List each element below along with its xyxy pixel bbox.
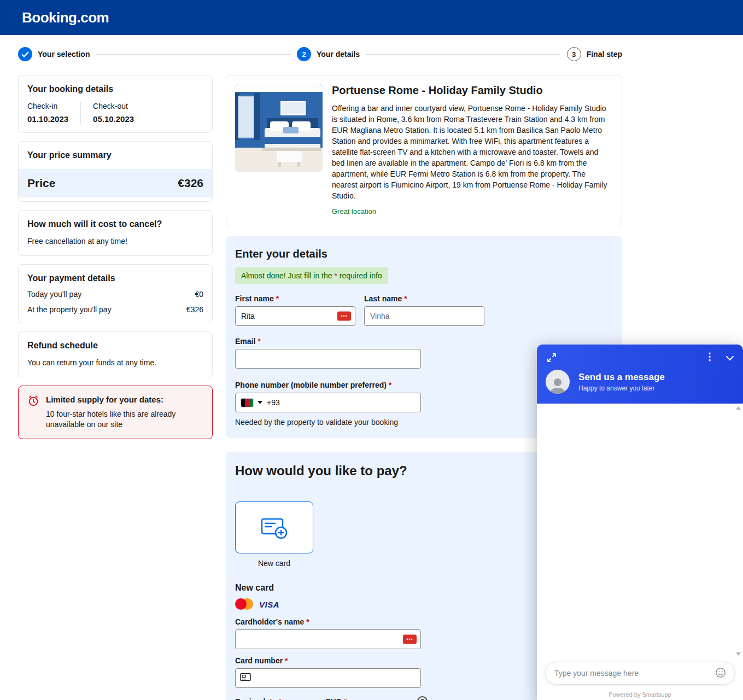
price-summary-title: Your price summary <box>27 150 203 160</box>
card-number-label: Card number * <box>235 656 421 665</box>
chevron-down-icon <box>258 401 262 404</box>
chat-widget: ⋮ Send us a message Happy to answer you … <box>537 345 743 700</box>
limited-supply-title: Limited supply for your dates: <box>46 395 177 404</box>
agent-avatar <box>546 370 570 394</box>
great-location-link[interactable]: Great location <box>332 207 376 215</box>
phone-label-text: Phone number (mobile number preferred) <box>235 381 387 389</box>
checkin-checkout-row: Check-in 01.10.2023 Check-out 05.10.2023 <box>27 102 203 124</box>
chat-header-text: Send us a message Happy to answer you la… <box>578 372 665 392</box>
last-name-block: Last name * <box>364 294 484 326</box>
checkin-date: 01.10.2023 <box>27 114 68 124</box>
almost-done-notice: Almost done! Just fill in the * required… <box>235 267 388 284</box>
last-name-input[interactable] <box>364 306 484 326</box>
pay-today-row: Today you'll pay €0 <box>27 290 203 299</box>
payment-details-card: Your payment details Today you'll pay €0… <box>18 264 213 323</box>
cardholder-block: Cardholder's name * <box>235 617 421 649</box>
booking-logo[interactable]: Booking.com <box>22 9 109 26</box>
chat-title: Send us a message <box>578 372 665 383</box>
cardholder-label-text: Cardholder's name <box>235 617 304 626</box>
pay-property-row: At the property you'll pay €326 <box>27 305 203 314</box>
enter-details-title: Enter your details <box>235 248 613 260</box>
refund-title: Refund schedule <box>27 341 203 351</box>
password-manager-icon[interactable] <box>403 635 417 644</box>
refund-body: You can return your funds at any time. <box>27 358 203 368</box>
step-3-label: Final step <box>587 50 622 59</box>
phone-prefix-value: +93 <box>267 398 280 407</box>
chat-message-input[interactable] <box>545 662 735 685</box>
cancellation-body: Free cancellation at any time! <box>27 236 203 247</box>
step-1-label: Your selection <box>38 50 90 59</box>
credit-card-icon <box>240 673 251 684</box>
email-label: Email * <box>235 337 421 346</box>
new-card-option-label: New card <box>235 559 313 568</box>
step-1-check-circle <box>18 47 32 61</box>
checkout-stepper: Your selection 2 Your details 3 Final st… <box>18 47 622 61</box>
stepper-divider <box>96 54 290 55</box>
email-label-text: Email <box>235 337 255 346</box>
refund-schedule-card: Refund schedule You can return your fund… <box>18 331 213 377</box>
required-asterisk: * <box>343 697 346 700</box>
chat-input-row <box>537 658 743 687</box>
check-icon <box>21 51 29 57</box>
new-card-option[interactable] <box>235 501 313 553</box>
minimize-chat-icon[interactable] <box>726 353 734 363</box>
checkin-label: Check-in <box>27 102 68 110</box>
chat-message-area <box>537 404 743 658</box>
payment-details-title: Your payment details <box>27 273 203 283</box>
property-title: Portuense Rome - Holiday Family Studio <box>332 84 613 97</box>
cancellation-title: How much will it cost to cancel? <box>27 219 203 229</box>
notice-prefix: Almost done! Just fill in the <box>241 271 334 280</box>
password-manager-icon[interactable] <box>337 312 351 321</box>
booking-details-title: Your booking details <box>27 84 203 94</box>
price-card-spacer <box>19 197 212 201</box>
stepper-divider <box>366 54 560 55</box>
expiry-label-text: Expiry date <box>235 697 276 700</box>
checkout-date: 05.10.2023 <box>93 114 134 124</box>
required-asterisk: * <box>276 294 279 303</box>
email-block: Email * <box>235 337 421 369</box>
phone-input[interactable]: +93 <box>235 393 421 412</box>
required-asterisk: * <box>258 337 260 346</box>
price-summary-card: Your price summary Price €326 <box>18 141 213 202</box>
alarm-clock-icon <box>27 395 39 430</box>
booking-details-card: Your booking details Check-in 01.10.2023… <box>18 75 213 133</box>
checkout-label: Check-out <box>93 102 134 110</box>
required-asterisk: * <box>278 697 281 700</box>
pay-today-label: Today you'll pay <box>27 290 81 299</box>
property-photo <box>235 84 323 172</box>
scroll-down-arrow[interactable] <box>736 652 741 656</box>
cvc-help-icon[interactable]: ? <box>417 696 428 700</box>
limited-supply-content: Limited supply for your dates: 10 four-s… <box>46 395 177 430</box>
cardholder-label: Cardholder's name * <box>235 617 421 626</box>
cardholder-input[interactable] <box>235 629 421 649</box>
cvc-label: CVC * <box>325 697 417 700</box>
expiry-label: Expiry date * <box>235 697 325 700</box>
chat-powered-by: Powered by Smartsupp <box>537 687 743 700</box>
required-asterisk: * <box>404 294 407 303</box>
country-flag-icon[interactable] <box>241 399 253 407</box>
price-label: Price <box>27 177 55 190</box>
step-your-selection[interactable]: Your selection <box>18 47 90 61</box>
checkout-column: Check-out 05.10.2023 <box>93 102 134 124</box>
chat-menu-icon[interactable]: ⋮ <box>705 352 715 361</box>
scroll-up-arrow[interactable] <box>736 406 741 410</box>
expand-chat-icon[interactable] <box>547 353 557 365</box>
notice-suffix: required info <box>337 271 382 280</box>
new-card-icon <box>260 516 289 540</box>
limited-supply-body: 10 four-star hotels like this are alread… <box>46 409 177 430</box>
card-number-label-text: Card number <box>235 656 283 665</box>
cancellation-card: How much will it cost to cancel? Free ca… <box>18 210 213 256</box>
required-asterisk: * <box>306 617 309 626</box>
booking-checkout-page: Booking.com Your selection 2 Your detail… <box>0 0 743 700</box>
first-name-label-text: First name <box>235 294 274 303</box>
price-value: €326 <box>178 177 203 190</box>
card-number-block: Card number * <box>235 656 421 688</box>
step-2-circle: 2 <box>297 47 311 61</box>
expiry-cvc-labels-row: Expiry date * CVC * ? <box>235 696 428 700</box>
card-number-input[interactable] <box>235 668 421 688</box>
required-asterisk: * <box>285 656 288 665</box>
emoji-icon[interactable] <box>715 667 727 679</box>
email-input[interactable] <box>235 349 421 369</box>
mastercard-icon <box>235 598 254 610</box>
step-2-label: Your details <box>317 50 360 59</box>
